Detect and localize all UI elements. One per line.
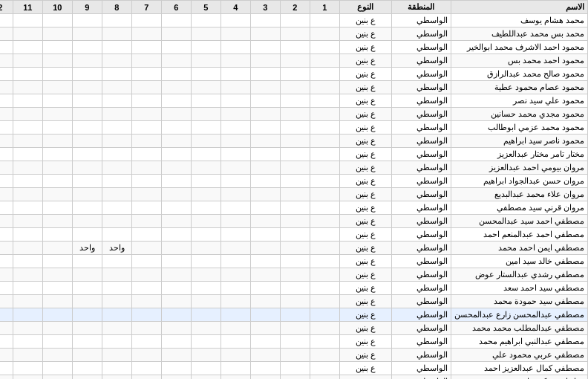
cell-data-2 bbox=[280, 295, 310, 308]
cell-data-8 bbox=[102, 255, 131, 268]
cell-data-5 bbox=[191, 175, 220, 188]
cell-name: محمد بس محمد عبداللطيف bbox=[451, 27, 587, 41]
cell-data-1 bbox=[310, 54, 339, 68]
cell-data-11 bbox=[13, 121, 42, 135]
cell-region: الواسطي bbox=[391, 68, 451, 81]
table-row: مروان قرني سيد مصطفيالواسطيع بنين bbox=[0, 201, 588, 215]
cell-data-4 bbox=[220, 215, 250, 228]
cell-data-1 bbox=[310, 215, 339, 228]
cell-data-12 bbox=[0, 14, 13, 27]
cell-data-1 bbox=[310, 349, 339, 362]
cell-data-4 bbox=[220, 295, 250, 308]
cell-data-8 bbox=[102, 175, 131, 188]
col-header-8: 8 bbox=[102, 1, 131, 14]
table-row: مصطفي كمال عبدالعزيز احمدالواسطيع بنين bbox=[0, 362, 588, 375]
cell-region: الواسطي bbox=[391, 188, 451, 201]
cell-region: الواسطي bbox=[391, 215, 451, 228]
cell-data-10 bbox=[42, 362, 72, 375]
table-row: مصطفي عبدالنبي ابراهيم محمدالواسطيع بنين bbox=[0, 335, 588, 349]
cell-data-10 bbox=[42, 242, 72, 255]
cell-data-3 bbox=[250, 68, 280, 81]
col-header-5: 5 bbox=[191, 1, 220, 14]
cell-data-6 bbox=[161, 201, 191, 215]
cell-data-2 bbox=[280, 188, 310, 201]
cell-type: ع بنين bbox=[339, 175, 391, 188]
cell-data-10 bbox=[42, 148, 72, 161]
cell-data-12 bbox=[0, 27, 13, 41]
cell-data-2 bbox=[280, 68, 310, 81]
cell-data-3 bbox=[250, 295, 280, 308]
cell-data-8 bbox=[102, 375, 131, 380]
cell-data-1 bbox=[310, 201, 339, 215]
cell-data-2 bbox=[280, 135, 310, 148]
cell-region: الواسطي bbox=[391, 295, 451, 308]
cell-region: الواسطي bbox=[391, 308, 451, 322]
cell-type: ع بنين bbox=[339, 94, 391, 108]
cell-data-12 bbox=[0, 322, 13, 335]
cell-data-4 bbox=[220, 108, 250, 121]
cell-data-9 bbox=[72, 94, 102, 108]
cell-name: مصطفي عبدالمطلب محمد محمد bbox=[451, 322, 587, 335]
cell-data-10 bbox=[42, 349, 72, 362]
main-table-container[interactable]: { "header": { "ofl_label": "ofl" }, "col… bbox=[0, 0, 588, 379]
cell-data-6 bbox=[161, 161, 191, 175]
cell-data-6 bbox=[161, 282, 191, 295]
cell-data-2 bbox=[280, 362, 310, 375]
cell-type: ع بنين bbox=[339, 68, 391, 81]
cell-data-4 bbox=[220, 188, 250, 201]
cell-data-4 bbox=[220, 282, 250, 295]
cell-data-1 bbox=[310, 228, 339, 242]
table-row: مختار تامر مختار عبدالعزيزالواسطيع بنين bbox=[0, 148, 588, 161]
cell-data-7 bbox=[131, 242, 161, 255]
cell-data-10 bbox=[42, 215, 72, 228]
col-header-type: النوع bbox=[339, 1, 391, 14]
cell-data-6 bbox=[161, 215, 191, 228]
cell-region: الواسطي bbox=[391, 282, 451, 295]
cell-data-4 bbox=[220, 228, 250, 242]
cell-data-12 bbox=[0, 94, 13, 108]
cell-data-3 bbox=[250, 135, 280, 148]
cell-region: الواسطي bbox=[391, 175, 451, 188]
cell-data-8 bbox=[102, 228, 131, 242]
cell-data-9 bbox=[72, 81, 102, 94]
cell-data-3 bbox=[250, 188, 280, 201]
cell-region: الواسطي bbox=[391, 161, 451, 175]
cell-data-11 bbox=[13, 335, 42, 349]
cell-data-11 bbox=[13, 242, 42, 255]
cell-data-4 bbox=[220, 335, 250, 349]
data-table: الاسمالمنطقةالنوع12345678910111213141516… bbox=[0, 0, 588, 379]
cell-type: ع بنين bbox=[339, 121, 391, 135]
table-row: مصطفي ايمن احمد محمدالواسطيع بنينواحدواح… bbox=[0, 242, 588, 255]
cell-name: محمود صالح محمد عبدالرازق bbox=[451, 68, 587, 81]
cell-type: ع بنين bbox=[339, 242, 391, 255]
cell-region: الواسطي bbox=[391, 201, 451, 215]
cell-data-10 bbox=[42, 188, 72, 201]
col-header-3: 3 bbox=[250, 1, 280, 14]
cell-data-4 bbox=[220, 242, 250, 255]
cell-data-11 bbox=[13, 81, 42, 94]
cell-data-11 bbox=[13, 161, 42, 175]
cell-data-3 bbox=[250, 349, 280, 362]
cell-region: الواسطي bbox=[391, 148, 451, 161]
cell-region: الواسطي bbox=[391, 335, 451, 349]
cell-data-1 bbox=[310, 81, 339, 94]
cell-data-3 bbox=[250, 282, 280, 295]
table-row: مروان بيومي احمد عبدالعزيزالواسطيع بنين bbox=[0, 161, 588, 175]
cell-name: محمود مجدي محمد حسانين bbox=[451, 108, 587, 121]
cell-data-7 bbox=[131, 322, 161, 335]
cell-data-11 bbox=[13, 108, 42, 121]
cell-type: ع بنين bbox=[339, 135, 391, 148]
cell-data-11 bbox=[13, 362, 42, 375]
cell-data-8 bbox=[102, 27, 131, 41]
cell-data-2 bbox=[280, 255, 310, 268]
cell-data-1 bbox=[310, 161, 339, 175]
cell-data-5 bbox=[191, 242, 220, 255]
cell-data-9 bbox=[72, 362, 102, 375]
cell-name: محمود احمد الاشرف محمد ابوالخير bbox=[451, 41, 587, 54]
cell-data-4 bbox=[220, 68, 250, 81]
cell-data-5 bbox=[191, 349, 220, 362]
cell-type: ع بنين bbox=[339, 228, 391, 242]
cell-name: مروان علاء محمد عبدالبديع bbox=[451, 188, 587, 201]
cell-region: الواسطي bbox=[391, 108, 451, 121]
cell-data-9 bbox=[72, 335, 102, 349]
